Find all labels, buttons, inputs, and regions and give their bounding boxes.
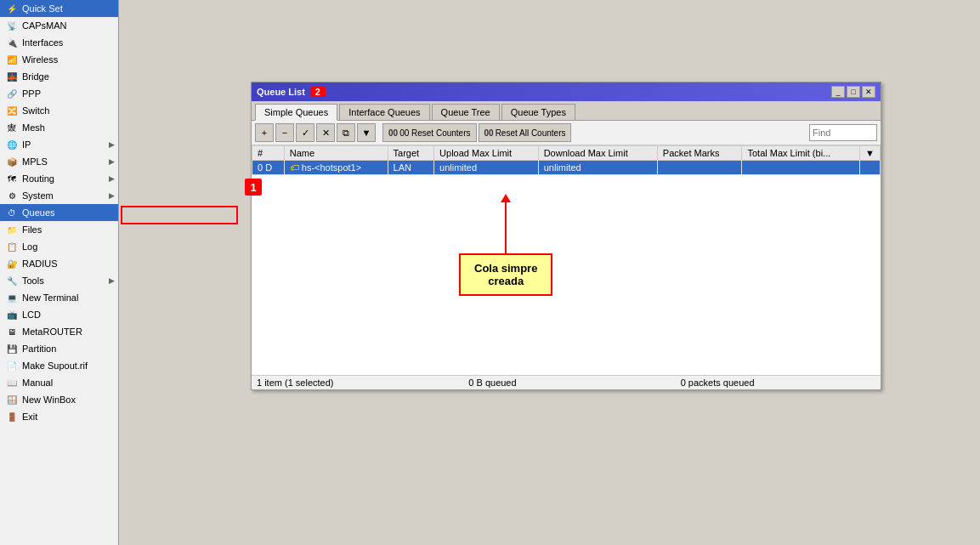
exit-icon: 🚪 [5,410,19,423]
sidebar-item-label: LCD [22,309,41,320]
mpls-icon: 📦 [5,155,19,168]
switch-icon: 🔀 [5,104,19,117]
sidebar: ⚡ Quick Set 📡 CAPsMAN 🔌 Interfaces 📶 Wir… [0,0,119,545]
sidebar-item-label: New WinBox [22,395,76,405]
sidebar-item-label: Interfaces [22,37,63,48]
sidebar-item-radius[interactable]: 🔐 RADIUS [0,255,118,272]
sidebar-item-label: Partition [22,343,56,354]
sidebar-item-label: Switch [22,105,49,116]
annotation-badge-1: 1 [245,179,262,196]
col-num[interactable]: # [252,146,285,161]
files-icon: 📁 [5,223,19,236]
tab-label: Queue Types [511,107,566,117]
toolbar: + − ✓ ✕ ⧉ ▼ 00 00 Reset Counters 00 Rese… [252,121,881,145]
reset-counters-button[interactable]: 00 00 Reset Counters [382,123,477,142]
window-minimize-button[interactable]: _ [831,86,845,98]
col-download[interactable]: Download Max Limit [538,146,657,161]
sidebar-item-partition[interactable]: 💾 Partition [0,340,118,357]
main-area: Queue List 2 _ □ ✕ Simple Queues Interfa… [119,0,980,545]
sidebar-item-ppp[interactable]: 🔗 PPP [0,85,118,102]
tab-interface-queues[interactable]: Interface Queues [339,104,429,120]
queue-table: # Name Target Upload Max Limit Download … [252,145,881,175]
sidebar-item-queues[interactable]: ⏱ Queues [0,204,118,221]
row-flag: D [265,162,272,173]
sidebar-item-files[interactable]: 📁 Files [0,221,118,238]
col-name[interactable]: Name [284,146,388,161]
window-close-button[interactable]: ✕ [862,86,875,98]
arrow-icon: ▶ [109,157,115,166]
sidebar-item-mesh[interactable]: 🕸 Mesh [0,119,118,136]
sidebar-item-ip[interactable]: 🌐 IP ▶ [0,136,118,153]
tab-label: Interface Queues [348,107,420,117]
sidebar-item-capsman[interactable]: 📡 CAPsMAN [0,17,118,34]
arrow-icon: ▶ [109,140,115,149]
cell-download: unlimited [538,161,657,175]
sidebar-item-new-terminal[interactable]: 💻 New Terminal [0,289,118,306]
quick-set-icon: ⚡ [5,2,19,15]
sidebar-item-label: IP [22,139,31,150]
table-row[interactable]: 0 D 🏷 hs-<hotspot1> LAN unlimited unlimi… [252,161,881,175]
sidebar-item-label: Files [22,224,42,235]
mesh-icon: 🕸 [5,121,19,134]
enable-button[interactable]: ✓ [296,123,314,142]
cell-packet-marks [657,161,742,175]
sidebar-item-manual[interactable]: 📖 Manual [0,374,118,391]
tab-queue-types[interactable]: Queue Types [501,104,575,120]
reset-all-counters-label: Reset All Counters [496,128,566,138]
cell-name: 🏷 hs-<hotspot1> [284,161,388,175]
sidebar-item-new-winbox[interactable]: 🪟 New WinBox [0,391,118,408]
sidebar-item-wireless[interactable]: 📶 Wireless [0,51,118,68]
tab-queue-tree[interactable]: Queue Tree [432,104,500,120]
sidebar-item-bridge[interactable]: 🌉 Bridge [0,68,118,85]
radius-icon: 🔐 [5,257,19,270]
sidebar-item-label: Queues [22,207,55,218]
remove-button[interactable]: − [275,123,294,142]
sidebar-item-switch[interactable]: 🔀 Switch [0,102,118,119]
sidebar-item-exit[interactable]: 🚪 Exit [0,408,118,425]
tab-label: Queue Tree [441,107,490,117]
sidebar-item-quick-set[interactable]: ⚡ Quick Set [0,0,118,17]
sidebar-item-label: Routing [22,173,54,184]
cell-target: LAN [388,161,434,175]
sidebar-item-label: Quick Set [22,3,63,14]
new-winbox-icon: 🪟 [5,393,19,406]
sidebar-item-lcd[interactable]: 📺 LCD [0,306,118,323]
col-packet-marks[interactable]: Packet Marks [657,146,742,161]
sidebar-item-routing[interactable]: 🗺 Routing ▶ [0,170,118,187]
tab-simple-queues[interactable]: Simple Queues [255,104,337,121]
copy-button[interactable]: ⧉ [337,123,355,142]
row-number: 0 [258,162,263,173]
tab-label: Simple Queues [264,107,328,117]
sidebar-item-label: Log [22,241,37,252]
tab-bar: Simple Queues Interface Queues Queue Tre… [252,101,881,121]
sidebar-item-label: MetaROUTER [22,326,82,337]
sidebar-item-mpls[interactable]: 📦 MPLS ▶ [0,153,118,170]
sidebar-item-tools[interactable]: 🔧 Tools ▶ [0,272,118,289]
arrow-icon: ▶ [109,276,115,285]
col-target[interactable]: Target [388,146,434,161]
add-button[interactable]: + [255,123,274,142]
queue-list-window: Queue List 2 _ □ ✕ Simple Queues Interfa… [251,82,881,390]
cell-upload: unlimited [434,161,539,175]
filter-button[interactable]: ▼ [357,123,376,142]
sidebar-item-interfaces[interactable]: 🔌 Interfaces [0,34,118,51]
status-items-count: 1 item (1 selected) [257,378,451,388]
arrow-icon: ▶ [109,174,115,183]
reset-all-counters-button[interactable]: 00 Reset All Counters [479,123,572,142]
window-maximize-button[interactable]: □ [847,86,860,98]
sidebar-item-metarouter[interactable]: 🖥 MetaROUTER [0,323,118,340]
find-input[interactable] [809,124,877,141]
col-upload[interactable]: Upload Max Limit [434,146,539,161]
window-title-group: Queue List 2 [257,87,326,97]
col-total[interactable]: Total Max Limit (bi... [742,146,860,161]
col-dropdown[interactable]: ▼ [860,146,881,161]
interfaces-icon: 🔌 [5,36,19,49]
statusbar: 1 item (1 selected) 0 B queued 0 packets… [252,375,881,389]
table-container: # Name Target Upload Max Limit Download … [252,145,881,375]
sidebar-item-make-supout[interactable]: 📄 Make Supout.rif [0,357,118,374]
metarouter-icon: 🖥 [5,325,19,338]
sidebar-item-system[interactable]: ⚙ System ▶ [0,187,118,204]
disable-button[interactable]: ✕ [316,123,335,142]
sidebar-item-log[interactable]: 📋 Log [0,238,118,255]
new-terminal-icon: 💻 [5,291,19,304]
